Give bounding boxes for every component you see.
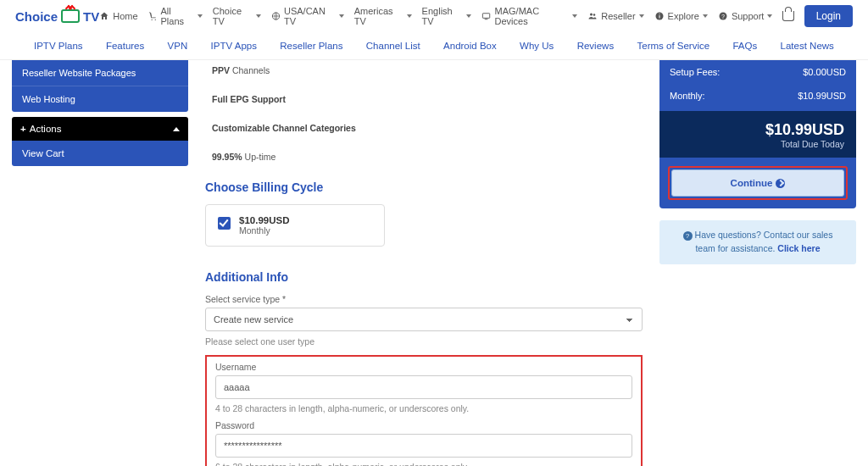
setup-fees-label: Setup Fees: (670, 67, 720, 77)
secnav-why-us[interactable]: Why Us (520, 41, 554, 51)
svg-rect-5 (659, 15, 659, 19)
svg-point-2 (590, 14, 593, 16)
chevron-down-icon (572, 14, 577, 18)
feature-uptime: 99.95% Up-time (212, 152, 643, 162)
help-link[interactable]: Click here (777, 243, 820, 253)
secnav-reviews[interactable]: Reviews (577, 41, 614, 51)
svg-rect-1 (483, 14, 490, 19)
cart-icon (148, 11, 158, 21)
users-icon (587, 11, 598, 21)
service-type-select[interactable]: Create new service (205, 308, 643, 331)
password-input[interactable] (215, 434, 632, 458)
chevron-down-icon (198, 14, 203, 18)
nav-reseller[interactable]: Reseller (587, 11, 643, 21)
secondary-nav: IPTV Plans Features VPN IPTV Apps Resell… (0, 34, 868, 60)
chevron-down-icon (407, 14, 412, 18)
device-icon (481, 11, 491, 21)
svg-point-3 (593, 14, 596, 16)
info-icon (654, 11, 665, 21)
monthly-value: $10.99USD (798, 91, 846, 101)
chevron-down-icon (639, 14, 644, 18)
nav-americas[interactable]: Americas TV (354, 6, 412, 26)
home-icon (99, 11, 109, 21)
nav-home[interactable]: Home (99, 11, 137, 21)
secnav-vpn[interactable]: VPN (168, 41, 188, 51)
sidebar-item-reseller-packages[interactable]: Reseller Website Packages (12, 60, 188, 86)
order-summary-column: Setup Fees: $0.00USD Monthly: $10.99USD … (659, 60, 856, 264)
order-summary: Setup Fees: $0.00USD Monthly: $10.99USD … (659, 60, 856, 208)
logo-text-2: TV (83, 9, 99, 24)
feature-ppv: PPV Channels (212, 65, 643, 75)
username-hint: 4 to 28 characters in length, alpha-nume… (215, 403, 632, 413)
nav-english[interactable]: English TV (422, 6, 472, 26)
summary-setup-row: Setup Fees: $0.00USD (668, 60, 848, 84)
sidebar-categories: Reseller Website Packages Web Hosting (12, 60, 188, 112)
password-hint: 6 to 28 characters in length, alpha-nume… (215, 462, 632, 466)
arrow-right-circle-icon (776, 179, 785, 188)
continue-button[interactable]: Continue (671, 169, 844, 197)
monthly-label: Monthly: (670, 91, 705, 101)
nav-all-plans[interactable]: All Plans (148, 6, 203, 26)
secnav-latest-news[interactable]: Latest News (781, 41, 834, 51)
globe-icon (271, 11, 281, 21)
nav-support[interactable]: ? Support (718, 11, 773, 21)
tv-icon (61, 9, 80, 23)
password-label: Password (215, 420, 632, 430)
sidebar: Reseller Website Packages Web Hosting +A… (12, 60, 188, 166)
secnav-features[interactable]: Features (106, 41, 144, 51)
login-button[interactable]: Login (804, 5, 853, 27)
help-box: ?Have questions? Contact our sales team … (659, 220, 856, 264)
credentials-highlight: Username 4 to 28 characters in length, a… (205, 355, 643, 466)
nav-choice-tv[interactable]: Choice TV (213, 6, 261, 26)
plus-icon: + (20, 124, 26, 134)
setup-fees-value: $0.00USD (803, 67, 846, 77)
username-input[interactable] (215, 375, 632, 399)
chevron-down-icon (703, 14, 708, 18)
page-body: Reseller Website Packages Web Hosting +A… (0, 60, 868, 466)
chevron-up-icon (173, 127, 180, 131)
logo-text-1: Choice (15, 9, 58, 24)
nav-explore[interactable]: Explore (654, 11, 708, 21)
total-due-value: $10.99USD (671, 121, 844, 139)
secnav-tos[interactable]: Terms of Service (637, 41, 709, 51)
shopping-bag-icon[interactable] (782, 11, 793, 21)
billing-cycle-title: Choose Billing Cycle (205, 180, 643, 194)
secnav-iptv-apps[interactable]: IPTV Apps (211, 41, 257, 51)
continue-highlight: Continue (668, 166, 848, 200)
billing-cycle-label: Monthly (239, 225, 289, 236)
checkbox-checked-icon[interactable] (218, 217, 231, 230)
summary-total: $10.99USD Total Due Today (659, 111, 856, 158)
feature-epg: Full EPG Support (212, 94, 643, 104)
feature-categories: Customizable Channel Categories (212, 123, 643, 133)
svg-point-6 (659, 14, 659, 14)
summary-monthly-row: Monthly: $10.99USD (668, 84, 848, 108)
total-due-label: Total Due Today (671, 139, 844, 149)
secnav-iptv-plans[interactable]: IPTV Plans (34, 41, 83, 51)
help-icon: ? (718, 11, 728, 21)
main-content: PPV Channels Full EPG Support Customizab… (205, 60, 643, 466)
secnav-reseller-plans[interactable]: Reseller Plans (280, 41, 342, 51)
billing-option[interactable]: $10.99USD Monthly (205, 204, 385, 247)
sidebar-actions: +Actions View Cart (12, 117, 188, 166)
secnav-android-box[interactable]: Android Box (443, 41, 497, 51)
nav-usa-can[interactable]: USA/CAN TV (271, 6, 344, 26)
view-cart-link[interactable]: View Cart (12, 141, 188, 166)
user-type-hint: Please select one user type (205, 336, 643, 347)
nav-mag[interactable]: MAG/MAC Devices (481, 6, 577, 26)
chevron-down-icon (256, 14, 261, 18)
secnav-channel-list[interactable]: Channel List (366, 41, 420, 51)
chevron-down-icon (466, 14, 471, 18)
chevron-down-icon (767, 14, 772, 18)
actions-header[interactable]: +Actions (12, 117, 188, 141)
secnav-faqs[interactable]: FAQs (732, 41, 757, 51)
top-bar: Choice TV Home All Plans Choice TV USA/C… (0, 0, 868, 32)
logo[interactable]: Choice TV (15, 9, 99, 24)
svg-text:?: ? (721, 14, 725, 19)
additional-info-title: Additional Info (205, 270, 643, 284)
question-circle-icon: ? (683, 231, 693, 241)
billing-price: $10.99USD (239, 215, 289, 225)
sidebar-item-web-hosting[interactable]: Web Hosting (12, 86, 188, 112)
service-type-label: Select service type * (205, 294, 643, 304)
username-label: Username (215, 362, 632, 372)
chevron-down-icon (339, 14, 344, 18)
